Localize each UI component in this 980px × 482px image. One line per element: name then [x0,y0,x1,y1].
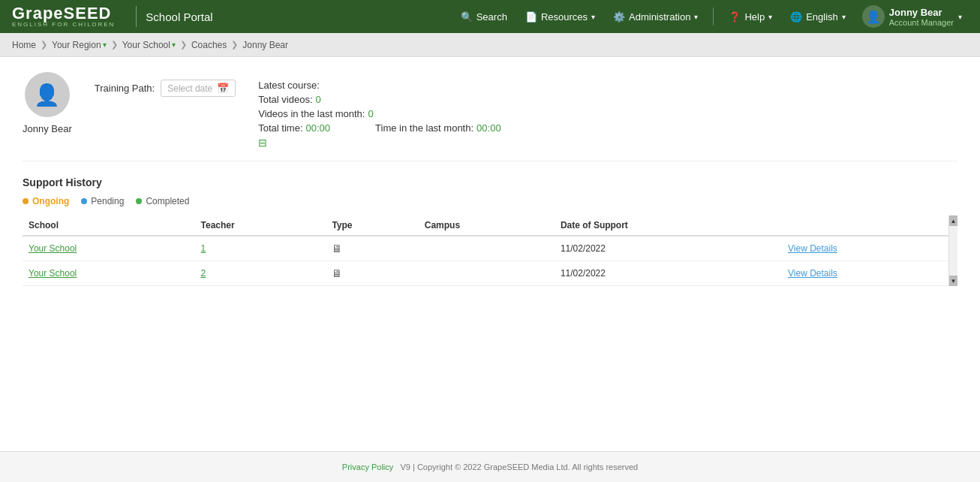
cell-type-0: 🖥 [326,236,418,261]
main-content: 👤 Jonny Bear Training Path: Select date … [0,57,980,451]
col-action [782,215,957,236]
expand-icon-area[interactable]: ⊟ [258,137,501,149]
col-teacher: Teacher [195,215,326,236]
training-path-label: Training Path: [95,83,155,94]
date-picker[interactable]: Select date 📅 [161,80,236,97]
breadcrumb-coaches-link[interactable]: Coaches [191,40,227,50]
language-nav-item[interactable]: 🌐 English ▾ [783,7,853,27]
videos-last-month-label: Videos in the last month: [258,108,365,119]
breadcrumb-school-dropdown-icon[interactable]: ▾ [172,41,176,49]
teacher-link-1[interactable]: 2 [201,268,206,279]
cell-campus-1 [419,261,555,286]
date-placeholder: Select date [167,83,212,94]
language-chevron-icon: ▾ [842,13,846,21]
breadcrumb-user-label: Jonny Bear [242,40,288,50]
legend-completed-label: Completed [146,196,189,206]
profile-avatar: 👤 [25,72,70,117]
breadcrumb-region-link[interactable]: Your Region [52,40,101,50]
logo-grape: GrapeSEED [12,5,115,22]
globe-icon: 🌐 [790,11,802,23]
time-last-month-label: Time in the last month: [375,122,473,134]
legend-ongoing: Ongoing [23,196,69,206]
logo-area: GrapeSEED ENGLISH FOR CHILDREN [12,5,115,28]
cell-school-0[interactable]: Your School [23,236,195,261]
view-details-link-0[interactable]: View Details [788,243,837,254]
teacher-link-0[interactable]: 1 [201,243,206,254]
time-last-month-value: 00:00 [476,122,501,134]
total-videos-row: Total videos: 0 [258,94,501,105]
breadcrumb-school-link[interactable]: Your School [122,40,170,50]
total-time-value: 00:00 [306,122,331,134]
support-table: School Teacher Type Campus Date of Suppo… [23,215,957,286]
scrollbar-down[interactable]: ▼ [949,276,957,286]
breadcrumb-arrow-2: ❯ [111,40,118,50]
expand-icon[interactable]: ⊟ [258,137,267,149]
col-date: Date of Support [555,215,782,236]
search-label: Search [476,11,507,23]
breadcrumb-home-link[interactable]: Home [12,40,36,50]
legend-pending-label: Pending [91,196,124,206]
type-icon-1: 🖥 [332,267,342,279]
legend-ongoing-label: Ongoing [32,196,69,206]
training-path-area: Training Path: Select date 📅 [95,72,236,97]
col-campus: Campus [419,215,555,236]
support-history-section: Support History Ongoing Pending Complete… [23,176,957,286]
cell-teacher-0[interactable]: 1 [195,236,326,261]
breadcrumb-item-school[interactable]: Your School ▾ [122,40,176,50]
total-time-group: Total time: 00:00 [258,122,330,134]
profile-avatar-area: 👤 Jonny Bear [23,72,72,134]
search-icon: 🔍 [461,11,473,23]
table-row: Your School 2 🖥 11/02/2022 View Details [23,261,957,286]
profile-stats-section: 👤 Jonny Bear Training Path: Select date … [23,72,957,161]
total-videos-value: 0 [316,94,321,105]
videos-last-month-row: Videos in the last month: 0 [258,108,501,119]
language-label: English [806,11,838,23]
table-wrapper: School Teacher Type Campus Date of Suppo… [23,215,957,286]
training-path-row: Training Path: Select date 📅 [95,80,236,97]
resources-icon: 📄 [525,11,537,23]
cell-campus-0 [419,236,555,261]
user-menu[interactable]: 👤 Jonny Bear Account Manager ▾ [856,2,968,31]
school-link-1[interactable]: Your School [29,268,77,279]
breadcrumb-item-coaches[interactable]: Coaches [191,40,227,50]
support-history-title: Support History [23,176,957,188]
breadcrumb-region-dropdown-icon[interactable]: ▾ [103,41,107,49]
school-link-0[interactable]: Your School [29,243,77,254]
time-row: Total time: 00:00 Time in the last month… [258,122,501,134]
table-scrollbar[interactable]: ▲ ▼ [948,215,957,286]
nav-divider [713,8,714,26]
table-header-row: School Teacher Type Campus Date of Suppo… [23,215,957,236]
help-nav-item[interactable]: ❓ Help ▾ [721,7,780,27]
view-details-link-1[interactable]: View Details [788,268,837,279]
resources-nav-item[interactable]: 📄 Resources ▾ [518,7,603,27]
time-last-month-group: Time in the last month: 00:00 [375,122,501,134]
breadcrumb-item-user: Jonny Bear [242,40,288,50]
footer: Privacy Policy V9 | Copyright © 2022 Gra… [0,451,980,482]
privacy-policy-link[interactable]: Privacy Policy [342,462,393,471]
latest-course-label: Latest course: [258,80,320,91]
total-videos-label: Total videos: [258,94,312,105]
cell-type-1: 🖥 [326,261,418,286]
school-portal-label: School Portal [146,11,212,23]
dot-pending [81,198,87,204]
scrollbar-up[interactable]: ▲ [949,215,957,226]
dot-completed [136,198,142,204]
breadcrumb-item-region[interactable]: Your Region ▾ [52,40,107,50]
cell-date-1: 11/02/2022 [555,261,782,286]
help-icon: ❓ [729,11,741,23]
table-row: Your School 1 🖥 11/02/2022 View Details [23,236,957,261]
cell-action-0[interactable]: View Details [782,236,957,261]
calendar-icon: 📅 [217,83,229,94]
logo-text: GrapeSEED ENGLISH FOR CHILDREN [12,5,115,28]
profile-name: Jonny Bear [23,123,72,134]
administration-nav-item[interactable]: ⚙️ Administration ▾ [606,7,705,27]
user-name: Jonny Bear [889,7,954,18]
breadcrumb-item-home[interactable]: Home [12,40,36,50]
help-chevron-icon: ▾ [768,13,772,21]
cell-teacher-1[interactable]: 2 [195,261,326,286]
cell-school-1[interactable]: Your School [23,261,195,286]
avatar: 👤 [862,5,885,28]
col-type: Type [326,215,418,236]
cell-action-1[interactable]: View Details [782,261,957,286]
search-nav-item[interactable]: 🔍 Search [453,7,515,27]
